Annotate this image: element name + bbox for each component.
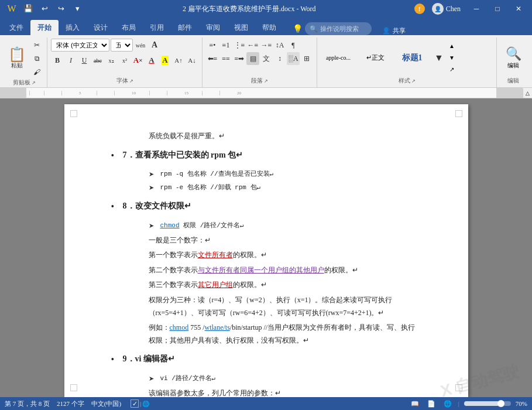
- decrease-indent-button[interactable]: ←≡: [246, 39, 259, 52]
- chinese-layout-button[interactable]: 文: [260, 52, 273, 65]
- tab-file[interactable]: 文件: [2, 20, 30, 35]
- font-expand[interactable]: ↗: [129, 78, 133, 84]
- subscript-button[interactable]: x₂: [105, 54, 118, 67]
- zoom-slider[interactable]: [464, 401, 511, 406]
- section-7: • 7．查看系统中已安装的 rpm 包↵: [111, 148, 421, 165]
- tab-design[interactable]: 设计: [87, 20, 115, 35]
- align-right-button[interactable]: ≡➡: [233, 52, 246, 65]
- clipboard-expand[interactable]: ↗: [32, 80, 36, 86]
- share-label[interactable]: 共享: [393, 26, 406, 35]
- expand-font-button[interactable]: wén: [134, 39, 147, 52]
- arrow-vi: ➤: [149, 373, 156, 385]
- more-button[interactable]: ▾: [70, 2, 84, 16]
- strikethrough-button[interactable]: abc: [91, 54, 104, 67]
- paste-label: 粘贴: [11, 62, 23, 70]
- align-center-button[interactable]: ≡≡: [219, 52, 232, 65]
- style-up-button[interactable]: ▲: [447, 41, 457, 52]
- status-right: 📖 📄 🌐 | 70%: [409, 398, 527, 409]
- minimize-button[interactable]: ─: [468, 0, 485, 18]
- redo-button[interactable]: ↪: [54, 2, 68, 16]
- tab-help[interactable]: 帮助: [255, 20, 283, 35]
- undo-button[interactable]: ↩: [37, 2, 52, 16]
- user-button[interactable]: 👤 Chen: [428, 0, 464, 18]
- read-view-button[interactable]: 📖: [409, 398, 421, 409]
- zoom-fill: [464, 401, 499, 406]
- tab-view[interactable]: 视图: [227, 20, 255, 35]
- search-input[interactable]: [320, 25, 367, 32]
- style-item-heading1[interactable]: 标题1: [394, 47, 430, 69]
- save-button[interactable]: 💾: [21, 2, 35, 16]
- tab-home[interactable]: 开始: [30, 20, 59, 35]
- wtlane-link[interactable]: wtlane/ts: [205, 323, 230, 332]
- sort-button[interactable]: ↕A: [273, 39, 286, 52]
- tab-references[interactable]: 引用: [143, 20, 171, 35]
- warning-icon[interactable]: !: [414, 4, 425, 14]
- border-button[interactable]: ⊞: [300, 52, 313, 65]
- edit-button[interactable]: 🔍 编辑: [500, 45, 526, 71]
- bullet-dot-9: •: [111, 351, 123, 368]
- decrease-font-button[interactable]: A↓: [186, 54, 198, 67]
- window-title: 2 扁平化车道收费系统维护手册.docx - Word: [84, 4, 414, 14]
- style-list: apple-co... ↵ 正文 标题1 ▼: [321, 47, 445, 69]
- style-item-apple[interactable]: apple-co...: [321, 47, 356, 69]
- numbering-button[interactable]: ≡1: [219, 39, 232, 52]
- para-example: 例如：chmod 755 /wtlane/ts/bin/startup //当用…: [111, 322, 421, 347]
- example-chmod-link[interactable]: chmod: [170, 323, 189, 332]
- superscript-button[interactable]: x²: [118, 54, 131, 67]
- editing-group: 🔍 编辑 编辑: [498, 37, 530, 87]
- style-more-button[interactable]: ▼: [433, 52, 445, 64]
- web-view-button[interactable]: 🌐: [442, 398, 454, 409]
- clear-format-button[interactable]: A✕: [132, 54, 145, 67]
- language-button[interactable]: 🌐: [142, 401, 149, 407]
- tab-mail[interactable]: 邮件: [171, 20, 199, 35]
- font-size-selector[interactable]: 五号: [111, 39, 133, 52]
- owner-text: 文件所有者: [198, 251, 233, 259]
- shading-button[interactable]: ░A: [287, 52, 300, 65]
- tab-layout[interactable]: 布局: [115, 20, 143, 35]
- bullet-dot-7: •: [111, 148, 123, 165]
- page-marker-tl: [70, 110, 77, 117]
- line-spacing-button[interactable]: ↕: [273, 52, 286, 65]
- section-7-header: 7．查看系统中已安装的 rpm 包↵: [123, 151, 243, 159]
- show-marks-button[interactable]: ¶: [287, 39, 300, 52]
- chmod-link[interactable]: chmod: [160, 222, 180, 229]
- justify-button[interactable]: ▤: [246, 52, 259, 65]
- increase-font-button[interactable]: A↑: [172, 54, 185, 67]
- spelling-icon[interactable]: ✓: [131, 399, 139, 408]
- font-family-selector[interactable]: 宋体 (中文正文): [51, 39, 109, 52]
- page-marker-br: [455, 384, 462, 391]
- bullets-button[interactable]: ≡•: [206, 39, 219, 52]
- lang-indicator[interactable]: 中文(中国): [91, 399, 121, 408]
- underline-button[interactable]: U: [78, 54, 91, 67]
- style-expand-button[interactable]: ↗: [447, 64, 457, 75]
- copy-button[interactable]: ⧉: [30, 52, 43, 65]
- paste-button[interactable]: 📋 粘贴: [5, 46, 29, 71]
- styles-expand[interactable]: ↗: [411, 78, 416, 84]
- multi-list-button[interactable]: ⋮≡: [233, 39, 246, 52]
- styles-group: apple-co... ↵ 正文 标题1 ▼: [318, 37, 497, 87]
- para-second-digit: 第二个数字表示与文件所有者同属一个用户组的其他用户的权限。↵: [111, 264, 421, 277]
- close-button[interactable]: ✕: [510, 0, 527, 18]
- format-painter-button[interactable]: 🖌: [30, 66, 43, 78]
- tab-insert[interactable]: 插入: [59, 20, 87, 35]
- cut-button[interactable]: ✂: [30, 39, 43, 52]
- print-view-button[interactable]: 📄: [425, 398, 437, 409]
- italic-button[interactable]: I: [64, 54, 77, 67]
- paragraph-expand[interactable]: ↗: [264, 78, 268, 84]
- font-color-button[interactable]: A: [145, 54, 158, 67]
- style-item-normal[interactable]: ↵ 正文: [358, 47, 393, 69]
- font-large-button[interactable]: A: [148, 39, 161, 52]
- restore-button[interactable]: □: [489, 0, 506, 18]
- align-left-button[interactable]: ⬅≡: [206, 52, 219, 65]
- zoom-level[interactable]: 70%: [516, 400, 527, 407]
- tab-review[interactable]: 审阅: [199, 20, 227, 35]
- paste-icon: 📋: [8, 47, 26, 62]
- ruler-collapse-button[interactable]: △: [523, 88, 532, 98]
- page-info: 第 7 页，共 8 页: [5, 399, 50, 408]
- increase-indent-button[interactable]: →≡: [260, 39, 273, 52]
- style-down-button[interactable]: ▼: [447, 53, 457, 63]
- search-box[interactable]: 🔍: [305, 22, 372, 35]
- arrow-rpm-e: ➤: [149, 182, 156, 194]
- highlight-button[interactable]: A: [159, 54, 171, 67]
- bold-button[interactable]: B: [51, 54, 64, 67]
